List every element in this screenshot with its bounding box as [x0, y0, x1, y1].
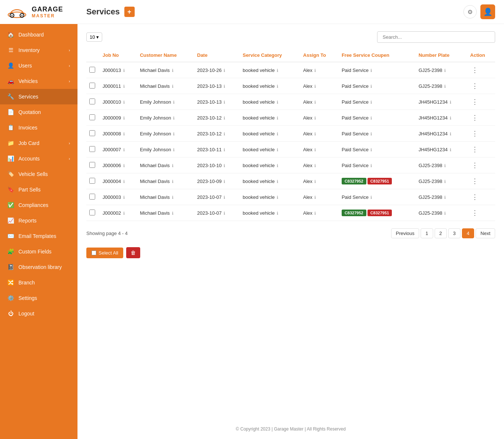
page-btn-2[interactable]: 2: [435, 228, 447, 238]
action-menu-button[interactable]: ⋮: [470, 161, 480, 170]
sidebar-item-logout[interactable]: ⏻ Logout: [0, 306, 77, 321]
row-checkbox-0[interactable]: [89, 67, 95, 73]
sidebar-item-inventory[interactable]: ☰ Inventory ›: [0, 42, 77, 58]
sidebar-item-email-templates[interactable]: ✉️ Email Templates: [0, 228, 77, 244]
coupon-cell: C8327952C8327951: [339, 205, 415, 221]
settings-icon-button[interactable]: ⚙: [463, 5, 477, 18]
select-all-checkbox[interactable]: [92, 250, 96, 255]
select-all-button[interactable]: Select All: [86, 248, 123, 258]
info-icon: ℹ: [224, 163, 225, 168]
col-header-5: Assign To: [300, 49, 339, 62]
action-menu-button[interactable]: ⋮: [470, 82, 480, 90]
info-icon: ℹ: [224, 116, 225, 120]
sidebar-item-users[interactable]: 👤 Users ›: [0, 58, 77, 73]
info-icon: ℹ: [123, 84, 125, 89]
customer-cell: Michael Davis ℹ: [137, 62, 194, 78]
page-btn-3[interactable]: 3: [448, 228, 460, 238]
sidebar-item-branch[interactable]: 🔀 Branch: [0, 275, 77, 290]
user-avatar: 👤: [480, 4, 495, 19]
footer: © Copyright 2023 | Garage Master | All R…: [77, 419, 504, 439]
app-name: GARAGE: [32, 6, 63, 13]
page-btn-4[interactable]: 4: [462, 228, 474, 238]
row-checkbox-4[interactable]: [89, 130, 95, 136]
sidebar-icon-reports: 📈: [7, 217, 14, 224]
action-menu-button[interactable]: ⋮: [470, 177, 480, 186]
coupon-cell: Paid Service ℹ: [339, 62, 415, 78]
sidebar-item-quotation[interactable]: 📄 Quotation: [0, 104, 77, 120]
action-menu-button[interactable]: ⋮: [470, 97, 480, 106]
customer-cell: Emily Johnson ℹ: [137, 110, 194, 126]
action-menu-button[interactable]: ⋮: [470, 145, 480, 154]
info-icon: ℹ: [172, 84, 173, 89]
info-icon: ℹ: [173, 100, 175, 104]
sidebar-item-observation-library[interactable]: 📓 Observation library: [0, 259, 77, 275]
add-service-button[interactable]: +: [124, 7, 135, 17]
sidebar-item-settings[interactable]: ⚙️ Settings: [0, 290, 77, 306]
info-icon: ℹ: [277, 211, 278, 215]
search-input[interactable]: [377, 31, 495, 43]
info-icon: ℹ: [277, 100, 278, 104]
info-icon: ℹ: [444, 211, 446, 215]
copyright-text: © Copyright 2023 | Garage Master | All R…: [236, 426, 346, 432]
row-checkbox-1[interactable]: [89, 83, 95, 89]
sidebar-item-vehicle-sells[interactable]: 🏷️ Vehicle Sells: [0, 166, 77, 182]
col-header-2: Customer Name: [137, 49, 194, 62]
action-menu-button[interactable]: ⋮: [470, 208, 480, 217]
sidebar-item-reports[interactable]: 📈 Reports: [0, 213, 77, 228]
sidebar-icon-vehicles: 🚗: [7, 78, 14, 84]
date-cell: 2023-10-09 ℹ: [194, 173, 239, 189]
action-menu-button[interactable]: ⋮: [470, 113, 480, 122]
delete-button[interactable]: 🗑: [126, 247, 140, 258]
page-btn-1[interactable]: 1: [421, 228, 433, 238]
action-menu-button[interactable]: ⋮: [470, 66, 480, 75]
row-checkbox-5[interactable]: [89, 146, 95, 152]
per-page-dropdown[interactable]: 10 ▾: [86, 32, 102, 42]
info-icon: ℹ: [444, 163, 446, 168]
sidebar-label-services: Services: [18, 94, 38, 100]
app-logo: GARAGE MASTER: [0, 0, 77, 24]
sidebar-item-job-card[interactable]: 📁 Job Card ›: [0, 135, 77, 151]
info-icon: ℹ: [224, 179, 225, 184]
table-row: J000006 ℹMichael Davis ℹ2023-10-10 ℹbook…: [86, 158, 495, 173]
sidebar-item-services[interactable]: 🔧 Services: [0, 89, 77, 104]
info-icon: ℹ: [314, 132, 316, 136]
sidebar-item-custom-fields[interactable]: 🧩 Custom Fields: [0, 244, 77, 259]
row-checkbox-6[interactable]: [89, 162, 95, 168]
row-checkbox-9[interactable]: [89, 210, 95, 215]
row-checkbox-3[interactable]: [89, 114, 95, 120]
col-header-8: Action: [467, 49, 495, 62]
action-menu-button[interactable]: ⋮: [470, 193, 480, 201]
row-checkbox-7[interactable]: [89, 178, 95, 184]
job-no-cell: J000007 ℹ: [100, 142, 137, 158]
sidebar-item-dashboard[interactable]: 🏠 Dashboard: [0, 27, 77, 42]
sidebar-item-invoices[interactable]: 📋 Invoices: [0, 120, 77, 135]
action-cell: ⋮: [467, 173, 495, 189]
sidebar-label-job-card: Job Card: [18, 140, 39, 146]
customer-cell: Michael Davis ℹ: [137, 205, 194, 221]
chevron-icon-accounts: ›: [69, 156, 70, 161]
top-bar: Services + ⚙ 👤: [77, 0, 504, 24]
row-checkbox-2[interactable]: [89, 98, 95, 104]
coupon-cell: Paid Service ℹ: [339, 94, 415, 110]
info-icon: ℹ: [224, 195, 225, 200]
sidebar-label-part-sells: Part Sells: [18, 187, 41, 193]
row-checkbox-8[interactable]: [89, 194, 95, 200]
action-menu-button[interactable]: ⋮: [470, 129, 480, 138]
page-btn-next[interactable]: Next: [476, 228, 495, 238]
sidebar-item-vehicles[interactable]: 🚗 Vehicles ›: [0, 73, 77, 89]
sidebar-label-dashboard: Dashboard: [18, 32, 44, 38]
logo-text: GARAGE MASTER: [32, 6, 63, 18]
sidebar-item-compliances[interactable]: ✅ Compliances: [0, 197, 77, 213]
customer-cell: Emily Johnson ℹ: [137, 94, 194, 110]
date-cell: 2023-10-26 ℹ: [194, 62, 239, 78]
page-btn-previous[interactable]: Previous: [391, 228, 420, 238]
info-icon: ℹ: [370, 163, 372, 168]
date-cell: 2023-10-13 ℹ: [194, 78, 239, 94]
sidebar-item-part-sells[interactable]: 🔖 Part Sells: [0, 182, 77, 197]
date-cell: 2023-10-11 ℹ: [194, 142, 239, 158]
top-bar-right: ⚙ 👤: [463, 4, 495, 19]
sidebar-item-accounts[interactable]: 📊 Accounts ›: [0, 151, 77, 166]
info-icon: ℹ: [277, 195, 278, 200]
customer-cell: Michael Davis ℹ: [137, 189, 194, 205]
svg-point-4: [21, 15, 23, 16]
